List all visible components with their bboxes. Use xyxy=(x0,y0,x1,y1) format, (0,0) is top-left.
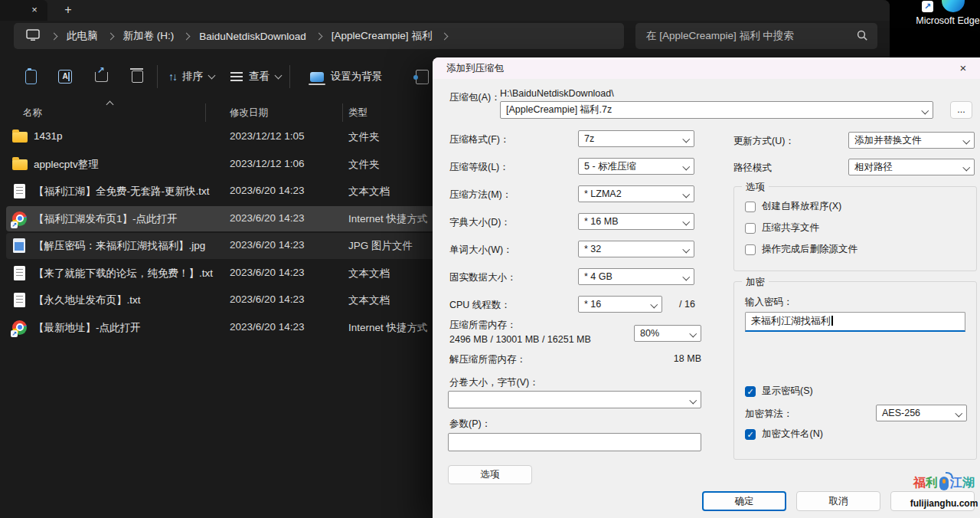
checkbox-unchecked-icon xyxy=(745,202,756,212)
edge-logo-icon xyxy=(942,0,965,12)
view-button[interactable]: 查看 xyxy=(228,63,283,90)
breadcrumb-current-folder[interactable]: [AppleCreampie] 福利 xyxy=(328,29,435,43)
method-value: * LZMA2 xyxy=(584,189,622,199)
update-mode-combo[interactable]: 添加并替换文件 xyxy=(848,132,975,149)
encryption-method-value: AES-256 xyxy=(882,408,920,418)
format-combo[interactable]: 7z xyxy=(578,130,694,147)
table-row[interactable]: applecptv整理 2023/12/12 1:06 文件夹 xyxy=(0,151,438,179)
cancel-button[interactable]: 取消 xyxy=(796,491,880,511)
archive-dir: H:\BaiduNetdiskDownload\ xyxy=(500,88,614,99)
more-toolbar-button[interactable] xyxy=(410,63,433,90)
encryption-method-combo[interactable]: AES-256 xyxy=(876,405,967,421)
cpu-combo[interactable]: * 16 xyxy=(578,296,662,313)
memory-compress-values: 2496 MB / 13001 MB / 16251 MB xyxy=(449,334,591,345)
column-header-name[interactable]: 名称 xyxy=(23,107,42,120)
file-name: applecptv整理 xyxy=(34,158,99,172)
path-mode-combo[interactable]: 相对路径 xyxy=(848,159,975,175)
file-name: 1431p xyxy=(34,130,63,142)
rename-button[interactable]: A xyxy=(53,63,77,90)
password-input[interactable]: 来福利江湖找福利 xyxy=(745,312,965,332)
volume-size-combo[interactable] xyxy=(448,391,701,408)
ok-button[interactable]: 确定 xyxy=(702,491,786,511)
table-row[interactable]: 1431p 2023/12/12 1:05 文件夹 xyxy=(0,123,438,151)
breadcrumb-drive[interactable]: 新加卷 (H:) xyxy=(120,29,178,43)
word-combo[interactable]: * 32 xyxy=(578,241,694,257)
volume-size-label: 分卷大小，字节(V)： xyxy=(449,376,539,389)
dialog-title-bar[interactable]: 添加到压缩包 × xyxy=(433,57,980,79)
parameters-label: 参数(P)： xyxy=(449,418,491,431)
create-sfx-label: 创建自释放程序(X) xyxy=(762,200,841,213)
search-box[interactable]: 在 [AppleCreampie] 福利 中搜索 xyxy=(635,23,877,49)
logo-char: 福 xyxy=(913,475,926,491)
chevron-down-icon xyxy=(275,72,283,80)
breadcrumb-folder[interactable]: BaiduNetdiskDownload xyxy=(196,31,309,42)
clipped-toolbar-icon xyxy=(416,70,429,84)
shortcut-arrow-icon: ↗ xyxy=(922,1,933,12)
chevron-down-icon xyxy=(682,218,689,225)
file-name: 【永久地址发布页】.txt xyxy=(34,293,141,307)
column-divider[interactable] xyxy=(342,103,343,122)
sort-ascending-indicator-icon xyxy=(106,101,114,109)
browse-button[interactable]: ... xyxy=(950,101,972,119)
set-as-background-button[interactable]: 设置为背景 xyxy=(297,63,395,90)
column-divider[interactable] xyxy=(205,103,206,122)
search-icon[interactable] xyxy=(857,30,868,44)
method-label: 压缩方法(M)： xyxy=(449,189,511,202)
dict-combo[interactable]: * 16 MB xyxy=(578,213,694,230)
table-row[interactable]: ↗ 【最新地址】-点此打开 2023/6/20 14:23 Internet 快… xyxy=(0,314,438,342)
show-password-checkbox[interactable]: ✓ 显示密码(S) xyxy=(745,385,813,398)
breadcrumb-this-pc[interactable]: 此电脑 xyxy=(64,29,101,43)
dialog-title: 添加到压缩包 xyxy=(446,62,504,75)
folder-icon xyxy=(12,132,28,143)
path-mode-value: 相对路径 xyxy=(854,162,893,172)
column-header-type[interactable]: 类型 xyxy=(348,107,368,120)
parameters-input[interactable] xyxy=(448,433,701,451)
table-row[interactable]: 【来了就能下载的论坛，纯免费！】.txt 2023/6/20 14:23 文本文… xyxy=(0,260,438,287)
file-date: 2023/6/20 14:23 xyxy=(230,185,305,196)
file-date: 2023/6/20 14:23 xyxy=(230,267,305,278)
share-button[interactable] xyxy=(89,63,113,90)
address-bar[interactable]: 此电脑 新加卷 (H:) BaiduNetdiskDownload [Apple… xyxy=(14,23,624,49)
tab-close-icon[interactable]: × xyxy=(28,3,41,17)
delete-button[interactable] xyxy=(125,63,149,90)
edge-shortcut[interactable]: ↗ Microsoft Edge xyxy=(920,0,974,43)
method-combo[interactable]: * LZMA2 xyxy=(578,185,694,202)
table-row-selected[interactable]: ↗ 【福利江湖发布页1】-点此打开 2023/6/20 14:23 Intern… xyxy=(0,205,438,233)
encryption-method-label: 加密算法： xyxy=(745,408,793,421)
show-password-label: 显示密码(S) xyxy=(762,385,813,398)
compress-shared-checkbox[interactable]: 压缩共享文件 xyxy=(745,221,819,234)
table-row-selected[interactable]: 【解压密码：来福利江湖找福利】.jpg 2023/6/20 14:23 JPG … xyxy=(0,232,438,260)
level-label: 压缩等级(L)： xyxy=(449,161,509,174)
create-sfx-checkbox[interactable]: 创建自释放程序(X) xyxy=(745,200,841,213)
file-name: 【福利江湖发布页1】-点此打开 xyxy=(34,212,178,226)
memory-percent-combo[interactable]: 80% xyxy=(634,325,701,342)
archive-name-combo[interactable]: [AppleCreampie] 福利.7z xyxy=(500,101,933,119)
chevron-down-icon xyxy=(682,274,689,280)
toolbar-divider xyxy=(289,65,290,88)
table-row[interactable]: 【福利江湖】全免费-无套路-更新快.txt 2023/6/20 14:23 文本… xyxy=(0,178,438,205)
file-type: Internet 快捷方式 xyxy=(348,212,428,226)
encryption-group: 加密 输入密码： 来福利江湖找福利 ✓ 显示密码(S) 加密算法： AES-25… xyxy=(733,281,977,460)
table-row[interactable]: 【永久地址发布页】.txt 2023/6/20 14:23 文本文档 xyxy=(0,287,438,314)
password-value: 来福利江湖找福利 xyxy=(751,315,831,326)
explorer-tab[interactable]: × xyxy=(0,0,47,21)
edge-shortcut-label: Microsoft Edge xyxy=(910,15,980,27)
column-header-date[interactable]: 修改日期 xyxy=(230,107,268,120)
file-type: JPG 图片文件 xyxy=(348,239,413,253)
sort-button[interactable]: ↑↓ 排序 xyxy=(164,63,219,90)
chevron-down-icon xyxy=(962,137,969,144)
paste-button[interactable] xyxy=(18,63,43,90)
toolbar-divider xyxy=(157,65,158,88)
chevron-right-icon xyxy=(51,32,58,40)
new-tab-button[interactable]: + xyxy=(60,2,77,18)
logo-char: 利 xyxy=(926,475,938,491)
delete-after-checkbox[interactable]: 操作完成后删除源文件 xyxy=(745,243,858,256)
set-as-background-label: 设置为背景 xyxy=(331,70,383,84)
encrypt-filenames-checkbox[interactable]: ✓ 加密文件名(N) xyxy=(745,428,823,441)
dialog-close-icon[interactable]: × xyxy=(951,59,975,77)
options-button[interactable]: 选项 xyxy=(448,465,532,484)
chevron-down-icon xyxy=(962,164,969,171)
file-name: 【最新地址】-点此打开 xyxy=(34,321,141,335)
level-combo[interactable]: 5 - 标准压缩 xyxy=(578,158,694,175)
solid-combo[interactable]: * 4 GB xyxy=(578,268,694,285)
